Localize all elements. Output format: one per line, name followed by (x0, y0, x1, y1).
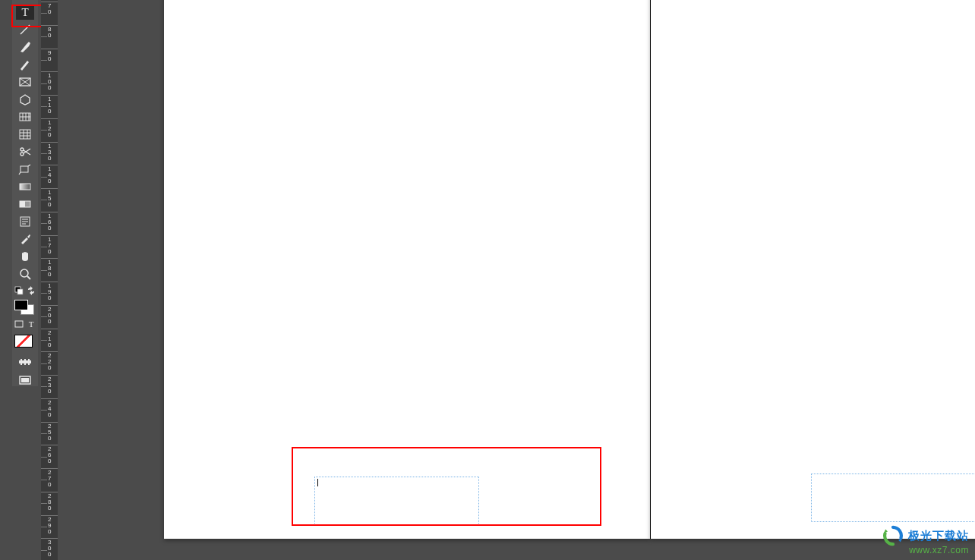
gradient-swatch-tool[interactable] (16, 179, 34, 194)
vertical-ruler[interactable]: 7080901001101201301401501601701801902002… (41, 0, 58, 560)
line-tool[interactable] (16, 22, 34, 37)
svg-point-16 (21, 148, 24, 151)
ruler-digit: 0 (43, 529, 56, 535)
ruler-digit: 0 (43, 156, 56, 162)
svg-text:T: T (29, 319, 34, 329)
apply-color-none[interactable] (14, 335, 36, 350)
svg-text:T: T (21, 6, 28, 18)
text-cursor (317, 479, 318, 486)
apply-to-row: T (14, 319, 36, 329)
watermark-url: www.xz7.com (882, 545, 969, 555)
document-canvas[interactable] (58, 0, 975, 533)
ruler-digit: 0 (43, 56, 56, 62)
none-swatch-icon (14, 335, 33, 348)
ruler-digit: 0 (43, 85, 56, 91)
ruler-digit: 0 (43, 132, 56, 138)
ruler-digit: 0 (43, 295, 56, 301)
horizontal-grid-tool[interactable] (16, 109, 34, 124)
svg-rect-21 (20, 184, 30, 190)
svg-rect-11 (20, 130, 30, 139)
page-left[interactable] (164, 0, 650, 539)
page-right[interactable] (651, 0, 976, 539)
gradient-feather-tool[interactable] (16, 197, 34, 212)
svg-line-1 (21, 25, 30, 34)
ruler-digit: 0 (43, 249, 56, 255)
fill-swatch-icon (14, 300, 28, 310)
svg-rect-36 (24, 359, 26, 365)
formatting-text-icon[interactable]: T (26, 319, 36, 329)
svg-rect-32 (15, 321, 23, 327)
ruler-digit: 0 (43, 272, 56, 278)
ruler-digit: 0 (43, 9, 56, 15)
view-mode-preview[interactable] (17, 374, 33, 386)
free-transform-tool[interactable] (16, 162, 34, 177)
ruler-digit: 0 (43, 33, 56, 39)
svg-line-29 (27, 276, 30, 279)
ruler-digit: 0 (43, 342, 56, 348)
view-mode-normal[interactable] (17, 356, 33, 368)
rectangle-frame-tool[interactable] (16, 74, 34, 90)
swap-default-row (14, 285, 36, 296)
swap-fill-stroke-icon[interactable] (26, 285, 36, 296)
zoom-tool[interactable] (16, 266, 34, 282)
ruler-digit: 0 (43, 202, 56, 208)
svg-rect-20 (21, 166, 28, 172)
ruler-digit: 0 (43, 552, 56, 558)
svg-rect-31 (17, 289, 23, 294)
rectangle-tool[interactable] (16, 92, 34, 107)
ruler-digit: 0 (43, 436, 56, 442)
ruler-digit: 0 (43, 109, 56, 115)
scissors-tool[interactable] (16, 144, 34, 159)
app-root: T (0, 0, 975, 560)
pen-tool[interactable] (16, 39, 34, 55)
ruler-digit: 0 (43, 458, 56, 464)
note-tool[interactable] (16, 214, 34, 229)
type-tool[interactable]: T (16, 5, 34, 20)
svg-point-17 (21, 153, 24, 156)
formatting-container-icon[interactable] (14, 319, 24, 329)
tool-panel: T (12, 0, 38, 386)
text-frame-right[interactable] (811, 473, 975, 522)
ruler-digit: 0 (43, 365, 56, 371)
hand-tool[interactable] (16, 249, 34, 264)
svg-rect-23 (20, 201, 25, 207)
svg-rect-39 (21, 378, 29, 382)
text-frame-left[interactable] (314, 477, 479, 525)
default-fill-stroke-icon[interactable] (14, 285, 24, 296)
ruler-digit: 0 (43, 178, 56, 184)
spine-divider (650, 0, 651, 539)
ruler-digit: 0 (43, 505, 56, 511)
svg-point-28 (21, 269, 28, 277)
pencil-tool[interactable] (16, 57, 34, 72)
ruler-digit: 0 (43, 225, 56, 231)
ruler-digit: 0 (43, 412, 56, 418)
page-spread (164, 0, 975, 539)
svg-marker-5 (21, 95, 30, 105)
ruler-digit: 0 (43, 319, 56, 325)
ruler-digit: 0 (43, 482, 56, 488)
vertical-grid-tool[interactable] (16, 127, 34, 142)
eyedropper-tool[interactable] (16, 231, 34, 247)
svg-rect-35 (21, 359, 22, 365)
svg-rect-37 (28, 359, 30, 365)
fill-stroke-proxy[interactable] (14, 300, 36, 315)
ruler-digit: 0 (43, 389, 56, 395)
